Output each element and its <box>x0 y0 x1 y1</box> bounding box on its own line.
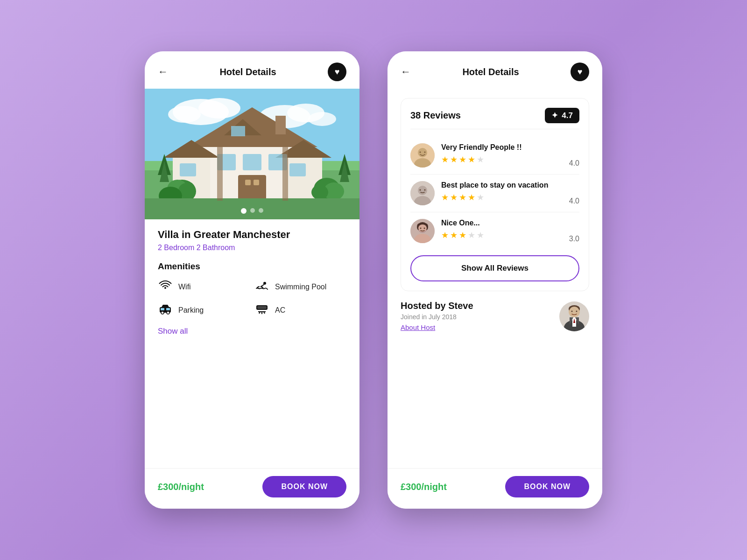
heart-icon-left: ♥ <box>335 67 340 77</box>
review-content-3: Nice One... ★ ★ ★ ★ ★ <box>441 219 563 240</box>
reviews-header: 38 Reviews ✦ 4.7 <box>410 108 579 129</box>
host-info: Hosted by Steve Joined in July 2018 Abou… <box>401 301 473 332</box>
amenity-ac-label: AC <box>275 306 285 315</box>
star-3-4: ★ <box>468 230 475 240</box>
svg-point-58 <box>418 148 427 157</box>
review-title-1: Very Friendly People !! <box>441 143 563 152</box>
amenity-wifi-label: Wifi <box>178 283 191 291</box>
page-title-right: Hotel Details <box>462 67 519 77</box>
property-title: Villa in Greater Manchester <box>158 229 346 241</box>
favorite-button-right[interactable]: ♥ <box>571 63 589 81</box>
reviews-count: 38 Reviews <box>410 110 461 121</box>
star-2-4: ★ <box>468 192 475 203</box>
review-item-3: Nice One... ★ ★ ★ ★ ★ 3.0 <box>410 212 579 250</box>
svg-rect-43 <box>217 147 223 201</box>
reviewer-avatar-2 <box>410 181 435 205</box>
right-footer: £300/night BOOK NOW <box>388 468 602 509</box>
star-3-3: ★ <box>459 230 466 240</box>
svg-rect-44 <box>282 147 288 201</box>
review-score-3: 3.0 <box>569 235 579 243</box>
right-content: 38 Reviews ✦ 4.7 <box>388 89 602 468</box>
svg-rect-50 <box>166 308 170 310</box>
hotel-photo-svg <box>145 89 359 219</box>
svg-rect-52 <box>257 306 267 309</box>
right-phone: ← Hotel Details ♥ 38 Reviews ✦ 4.7 <box>388 51 602 509</box>
pool-icon <box>254 279 269 295</box>
svg-point-60 <box>420 152 421 153</box>
book-now-button-left[interactable]: BOOK NOW <box>262 476 346 497</box>
svg-rect-18 <box>243 154 261 170</box>
price-label-right: £300/night <box>401 482 447 492</box>
host-joined: Joined in July 2018 <box>401 313 473 321</box>
star-2-3: ★ <box>459 192 466 203</box>
amenity-pool: Swimming Pool <box>254 279 346 295</box>
svg-point-47 <box>161 311 164 314</box>
right-header: ← Hotel Details ♥ <box>388 51 602 89</box>
amenity-wifi: Wifi <box>158 279 250 295</box>
wifi-icon <box>158 279 173 295</box>
badge-star-icon: ✦ <box>551 111 558 120</box>
rating-badge: ✦ 4.7 <box>545 108 579 123</box>
book-now-button-right[interactable]: BOOK NOW <box>505 476 589 497</box>
back-button-right[interactable]: ← <box>401 66 411 78</box>
stars-row-3: ★ ★ ★ ★ ★ <box>441 230 563 240</box>
svg-rect-20 <box>238 175 266 201</box>
svg-point-3 <box>168 106 201 123</box>
amenities-title: Amenities <box>158 261 346 272</box>
favorite-button-left[interactable]: ♥ <box>328 63 346 81</box>
svg-point-6 <box>308 112 336 126</box>
star-1-5: ★ <box>477 154 484 165</box>
star-2-1: ★ <box>441 192 449 203</box>
svg-point-37 <box>311 185 328 200</box>
about-host-link[interactable]: About Host <box>401 323 435 331</box>
star-3-5: ★ <box>477 230 484 240</box>
star-2-2: ★ <box>450 192 458 203</box>
svg-point-83 <box>571 310 573 312</box>
amenity-parking-label: Parking <box>178 306 204 315</box>
left-footer: £300/night BOOK NOW <box>145 468 359 509</box>
page-title-left: Hotel Details <box>219 67 276 77</box>
review-title-3: Nice One... <box>441 219 563 227</box>
star-1-3: ★ <box>459 154 466 165</box>
left-phone: ← Hotel Details ♥ <box>145 51 359 509</box>
left-content: Villa in Greater Manchester 2 Bedroom 2 … <box>145 219 359 468</box>
reviewer-avatar-1 <box>410 143 435 168</box>
host-avatar <box>559 301 589 331</box>
host-row: Hosted by Steve Joined in July 2018 Abou… <box>401 301 589 332</box>
svg-point-84 <box>576 310 578 312</box>
svg-rect-12 <box>231 126 245 136</box>
property-subtitle: 2 Bedroom 2 Bathroom <box>158 244 346 252</box>
star-1-4: ★ <box>468 154 475 165</box>
star-3-1: ★ <box>441 230 449 240</box>
svg-rect-24 <box>289 163 306 176</box>
svg-point-63 <box>418 186 427 195</box>
svg-rect-21 <box>245 180 251 185</box>
amenity-ac: AC <box>254 302 346 318</box>
svg-rect-23 <box>180 163 196 176</box>
amenity-parking: Parking <box>158 302 250 318</box>
show-all-reviews-button[interactable]: Show All Reviews <box>410 255 579 281</box>
amenities-grid: Wifi Swimming Pool <box>158 279 346 318</box>
svg-point-77 <box>420 228 422 229</box>
show-all-amenities-link[interactable]: Show all <box>158 327 188 336</box>
svg-rect-49 <box>161 308 164 310</box>
heart-icon-right: ♥ <box>578 67 583 77</box>
dot-2[interactable] <box>250 208 255 213</box>
review-item-2: Best place to stay on vacation ★ ★ ★ ★ ★… <box>410 175 579 212</box>
back-button-left[interactable]: ← <box>158 66 168 78</box>
star-2-5: ★ <box>477 192 484 203</box>
review-title-2: Best place to stay on vacation <box>441 181 563 189</box>
left-header: ← Hotel Details ♥ <box>145 51 359 89</box>
star-1-1: ★ <box>441 154 449 165</box>
reviewer-avatar-3 <box>410 219 435 243</box>
svg-point-66 <box>424 189 426 191</box>
dot-1[interactable] <box>241 208 247 214</box>
review-score-1: 4.0 <box>569 159 579 168</box>
review-content-1: Very Friendly People !! ★ ★ ★ ★ ★ <box>441 143 563 165</box>
svg-point-48 <box>167 311 169 314</box>
stars-row-1: ★ ★ ★ ★ ★ <box>441 154 563 165</box>
dot-3[interactable] <box>259 208 263 213</box>
svg-point-2 <box>198 98 240 119</box>
amenity-pool-label: Swimming Pool <box>275 283 326 291</box>
svg-point-78 <box>424 228 425 229</box>
